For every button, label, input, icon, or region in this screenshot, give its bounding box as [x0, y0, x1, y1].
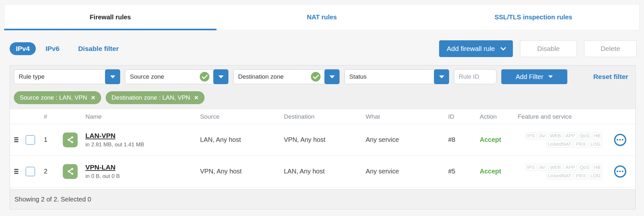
badge-ips: IPS [525, 164, 536, 171]
chip-source-zone-label: Source zone : LAN, VPN [20, 94, 87, 101]
triangle-down-icon [439, 75, 444, 78]
filter-row: Rule type Source zone Destination zone S… [14, 69, 631, 84]
chip-destination-zone[interactable]: Destination zone : LAN, VPN ✕ [106, 91, 204, 104]
table-row: 2 VPN-LAN in 0 B, out 0 B VPN, Any host … [10, 156, 635, 187]
row-checkbox[interactable] [25, 167, 35, 176]
badge-qos: QoS [578, 164, 591, 171]
row-count-summary: Showing 2 of 2. Selected 0 [14, 196, 91, 203]
more-actions-icon[interactable] [614, 134, 626, 146]
rule-traffic: in 2.81 MB, out 1.41 MB [85, 142, 144, 148]
badge-qos: QoS [578, 132, 591, 139]
chevron-down-icon [501, 45, 506, 51]
badge-ips: IPS [525, 132, 536, 139]
name-cell: VPN-LAN in 0 B, out 0 B [62, 163, 200, 180]
add-firewall-rule-button[interactable]: Add firewall rule [439, 40, 513, 57]
badge-hb: HB [592, 132, 602, 139]
badge-log: LOG [589, 141, 602, 148]
badge-prx: PRX [574, 172, 587, 179]
badge-app: APP [564, 132, 577, 139]
status-dropdown-button[interactable] [434, 69, 449, 84]
triangle-down-icon [548, 75, 553, 78]
drag-handle-icon[interactable] [14, 137, 18, 142]
header-feature-and-service: Feature and service [518, 113, 605, 120]
add-filter-label: Add Filter [516, 73, 543, 81]
firewall-rules-panel: Rule type Source zone Destination zone S… [10, 65, 636, 210]
row-number: 1 [40, 136, 62, 143]
destination-zone-select-label: Destination zone [238, 73, 284, 80]
rule-name-link[interactable]: VPN-LAN [85, 163, 120, 171]
drag-handle-icon[interactable] [14, 169, 18, 174]
disable-button[interactable]: Disable [520, 40, 577, 57]
source-zone-select-label: Source zone [130, 73, 164, 80]
badge-web: WEB [548, 132, 562, 139]
badge-av: AV [538, 164, 547, 171]
chip-destination-zone-label: Destination zone : LAN, VPN [111, 94, 190, 101]
toolbar-actions: Add firewall rule Disable Delete [439, 40, 637, 57]
action-cell: Accept [480, 136, 518, 143]
header-number: # [40, 113, 62, 120]
badge-linkednat: LinkedNAT [546, 141, 573, 148]
badge-web: WEB [548, 164, 562, 171]
tab-bar: Firewall rules NAT rules SSL/TLS inspect… [4, 4, 639, 30]
close-icon[interactable]: ✕ [194, 95, 198, 101]
tab-nat-rules[interactable]: NAT rules [216, 5, 428, 30]
status-select-label: Status [349, 73, 367, 80]
destination-zone-dropdown-button[interactable] [324, 69, 340, 84]
header-id: ID [448, 113, 480, 120]
triangle-down-icon [218, 75, 224, 78]
table-row: 1 LAN-VPN in 2.81 MB, out 1.41 MB LAN, A… [10, 124, 635, 156]
tab-firewall-rules[interactable]: Firewall rules [5, 5, 216, 30]
name-cell: LAN-VPN in 2.81 MB, out 1.41 MB [62, 132, 200, 148]
rule-traffic: in 0 B, out 0 B [85, 173, 120, 180]
source-zone-dropdown-button[interactable] [213, 69, 228, 84]
row-checkbox[interactable] [25, 135, 35, 145]
feature-badges: IPS AV WEB APP QoS HB LinkedNAT PRX LOG [518, 132, 605, 148]
rule-id-cell: #8 [448, 136, 480, 143]
source-cell: VPN, Any host [200, 168, 284, 175]
chip-source-zone[interactable]: Source zone : LAN, VPN ✕ [14, 91, 101, 104]
add-firewall-rule-label: Add firewall rule [447, 45, 495, 53]
check-circle-icon [200, 72, 209, 82]
rule-id-cell: #5 [448, 168, 480, 175]
status-select[interactable]: Status [344, 69, 449, 84]
header-action: Action [480, 113, 518, 120]
badge-log: LOG [589, 172, 602, 179]
share-network-icon[interactable] [63, 133, 78, 147]
badge-linkednat: LinkedNAT [546, 172, 573, 179]
row-number: 2 [40, 168, 62, 175]
badge-av: AV [538, 132, 547, 139]
source-zone-select[interactable]: Source zone [125, 69, 228, 84]
header-name: Name [62, 113, 200, 120]
destination-zone-select[interactable]: Destination zone [233, 69, 340, 84]
action-cell: Accept [480, 168, 518, 175]
rule-type-dropdown-button[interactable] [105, 69, 120, 84]
rule-name-link[interactable]: LAN-VPN [85, 132, 144, 140]
what-cell: Any service [366, 168, 448, 175]
header-what: What [366, 113, 448, 120]
triangle-down-icon [110, 75, 115, 78]
toolbar: IPv4 IPv6 Disable filter Add firewall ru… [10, 39, 637, 58]
close-icon[interactable]: ✕ [91, 95, 95, 101]
ipv4-toggle[interactable]: IPv4 [10, 42, 36, 55]
check-circle-icon [311, 72, 321, 82]
table-header: # Name Source Destination What ID Action… [10, 109, 635, 124]
badge-hb: HB [592, 164, 602, 171]
destination-cell: VPN, Any host [284, 136, 366, 143]
ipv6-toggle[interactable]: IPv6 [45, 45, 59, 53]
delete-button[interactable]: Delete [584, 40, 637, 57]
header-destination: Destination [284, 113, 366, 120]
tab-ssl-tls-inspection-rules[interactable]: SSL/TLS inspection rules [428, 5, 639, 30]
rule-type-select-label: Rule type [19, 73, 44, 80]
add-filter-button[interactable]: Add Filter [501, 69, 567, 84]
triangle-down-icon [330, 75, 335, 78]
table-footer: Showing 2 of 2. Selected 0 [10, 189, 635, 209]
more-actions-icon[interactable] [614, 165, 626, 178]
rule-id-input[interactable] [454, 69, 496, 84]
share-network-icon[interactable] [63, 164, 78, 179]
header-source: Source [200, 113, 284, 120]
reset-filter-link[interactable]: Reset filter [593, 73, 628, 81]
filter-area: Rule type Source zone Destination zone S… [10, 65, 635, 109]
rule-type-select[interactable]: Rule type [14, 69, 120, 84]
disable-filter-link[interactable]: Disable filter [78, 45, 119, 53]
active-filter-chips: Source zone : LAN, VPN ✕ Destination zon… [14, 91, 631, 104]
